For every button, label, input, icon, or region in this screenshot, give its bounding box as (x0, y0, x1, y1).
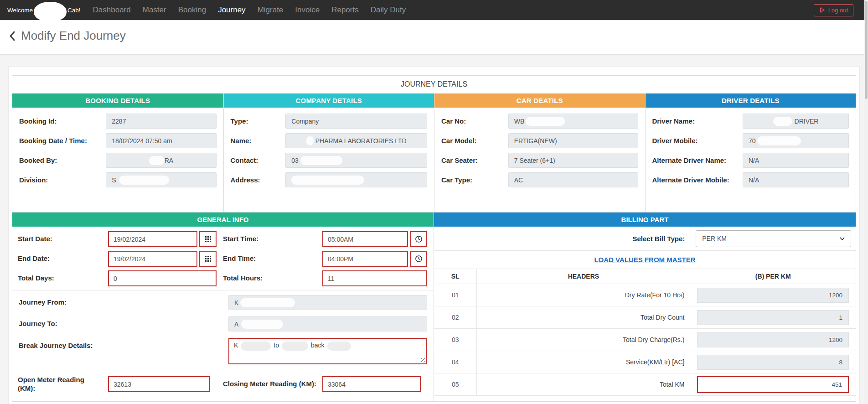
total-hours-input[interactable]: 11 (322, 270, 427, 286)
col-sl: SL (434, 269, 477, 284)
redaction-blob (119, 176, 169, 185)
total-days-input[interactable]: 0 (108, 270, 217, 286)
main-content: JOURNEY DETAILS BOOKING DETAILS Booking … (0, 55, 868, 404)
redaction-blob (327, 342, 351, 351)
logout-button[interactable]: Log out (814, 4, 853, 16)
field-car-type: Car Type: AC (434, 172, 645, 187)
total-km-input[interactable]: 451 (697, 376, 849, 393)
field-company-contact: Contact: 03 (224, 153, 434, 168)
company-details-panel: COMPANY DETAILS Type: Company Name: PHAR… (223, 93, 434, 212)
field-company-address: Address: (224, 172, 434, 187)
car-seater-value: 7 Seater (6+1) (508, 153, 638, 168)
driver-details-panel: DRIVER DEATILS Driver Name: DRIVER Drive… (645, 93, 856, 212)
booked-by-value: RA (106, 153, 216, 168)
table-row: 03 Total Dry Charge(Rs.) 1200 (434, 329, 856, 351)
end-time-input[interactable]: 04:00PM (322, 251, 408, 267)
redaction-blob (306, 136, 314, 145)
end-date-calendar-button[interactable] (199, 251, 217, 267)
field-car-no: Car No: WB (434, 114, 645, 129)
driver-mobile-value: 70 (743, 133, 849, 148)
car-no-value: WB (508, 114, 638, 129)
driver-name-value: DRIVER (743, 114, 849, 129)
back-chevron-icon (9, 31, 16, 41)
calendar-grid-icon (205, 236, 211, 242)
nav-item-migrate[interactable]: Migrate (252, 1, 289, 19)
load-values-row: LOAD VALUES FROM MASTER (434, 251, 856, 269)
top-nav: Welcome Cab! Dashboard Master Booking Jo… (0, 0, 868, 20)
field-car-model: Car Model: ERTIGA(NEW) (434, 133, 645, 148)
field-division: Division: S (12, 172, 223, 187)
nav-item-invoice[interactable]: Invoice (289, 1, 326, 19)
load-values-from-master-link[interactable]: LOAD VALUES FROM MASTER (594, 256, 695, 264)
nav-menu: Dashboard Master Booking Journey Migrate… (87, 1, 412, 19)
redaction-blob (291, 176, 364, 185)
journey-from-value: K (228, 295, 427, 310)
table-row-partial (434, 396, 856, 401)
total-dry-count-value: 1 (697, 310, 849, 325)
journey-details-card: JOURNEY DETAILS BOOKING DETAILS Booking … (8, 67, 860, 404)
table-row: 01 Dry Rate(For 10 Hrs) 1200 (434, 284, 856, 306)
col-headers: HEADERS (477, 269, 690, 284)
chevron-down-icon (840, 237, 845, 240)
bill-type-select[interactable]: PER KM (696, 230, 851, 247)
meter-row: Open Meter Reading (KM): 32613 Closing M… (12, 371, 434, 395)
calendar-grid-icon (205, 256, 211, 262)
end-row: End Date: 19/02/2024 End Time: 04:00PM (12, 249, 434, 269)
journey-from-row: Journey From: K (12, 290, 434, 313)
redaction-blob (241, 320, 283, 329)
open-meter-input[interactable]: 32613 (108, 376, 210, 392)
clock-icon (415, 255, 423, 263)
billing-section: BILLING PART Select Bill Type: PER KM LO… (434, 212, 856, 401)
booking-details-panel: BOOKING DETAILS Booking Id: 2287 Booking… (12, 93, 223, 212)
field-alt-driver-name: Alternate Driver Name: N/A (646, 153, 856, 168)
redaction-blob (526, 117, 565, 126)
start-time-clock-button[interactable] (410, 231, 427, 247)
vertical-scrollbar[interactable] (864, 0, 868, 404)
car-details-panel: CAR DEATILS Car No: WB Car Model: ERTIGA… (434, 93, 645, 212)
clock-icon (415, 235, 423, 243)
scrollbar-thumb[interactable] (865, 1, 868, 99)
start-time-input[interactable]: 05:00AM (322, 231, 408, 247)
field-booking-datetime: Booking Date / Time: 18/02/2024 07:50 am (12, 133, 223, 148)
company-type-value: Company (285, 114, 427, 129)
table-row: 02 Total Dry Count 1 (434, 306, 856, 329)
car-model-value: ERTIGA(NEW) (508, 133, 638, 148)
col-per-km: (B) PER KM (690, 269, 856, 284)
general-info-section: GENERAL INFO Start Date: 19/02/2024 Star… (12, 212, 434, 401)
driver-details-header: DRIVER DEATILS (646, 93, 856, 108)
start-row: Start Date: 19/02/2024 Start Time: 05:00… (12, 227, 434, 249)
nav-item-dashboard[interactable]: Dashboard (87, 1, 137, 19)
redaction-blob (773, 117, 792, 126)
nav-item-daily-duty[interactable]: Daily Duty (365, 1, 412, 19)
nav-item-reports[interactable]: Reports (326, 1, 365, 19)
field-booked-by: Booked By: RA (12, 153, 223, 168)
company-address-value (285, 172, 427, 187)
alt-driver-mobile-value: N/A (743, 172, 849, 187)
start-date-calendar-button[interactable] (199, 231, 217, 247)
nav-item-journey[interactable]: Journey (212, 1, 251, 19)
start-date-input[interactable]: 19/02/2024 (108, 231, 197, 247)
company-details-header: COMPANY DETAILS (224, 93, 434, 108)
logout-icon (819, 7, 826, 13)
closing-meter-input[interactable]: 33064 (322, 376, 421, 392)
back-button[interactable] (9, 31, 16, 41)
table-row: 05 Total KM 451 (434, 373, 856, 396)
page-title: Modify End Journey (21, 29, 126, 43)
journey-to-row: Journey To: A (12, 313, 434, 335)
booking-datetime-value: 18/02/2024 07:50 am (106, 133, 216, 148)
bill-type-label: Select Bill Type: (434, 227, 691, 250)
billing-table-header: SL HEADERS (B) PER KM (434, 269, 856, 284)
redaction-blob (757, 136, 801, 145)
nav-item-booking[interactable]: Booking (172, 1, 212, 19)
info-panels: BOOKING DETAILS Booking Id: 2287 Booking… (12, 93, 856, 212)
journey-to-value: A (228, 316, 427, 331)
division-value: S (106, 172, 216, 187)
break-journey-textarea[interactable]: K to back (228, 338, 427, 364)
end-time-clock-button[interactable] (410, 251, 427, 267)
page-header: Modify End Journey (0, 20, 868, 55)
general-info-header: GENERAL INFO (12, 212, 434, 227)
nav-item-master[interactable]: Master (137, 1, 172, 19)
totals-row: Total Days: 0 Total Hours: 11 (12, 269, 434, 288)
redaction-blob (300, 156, 342, 165)
end-date-input[interactable]: 19/02/2024 (108, 251, 197, 267)
